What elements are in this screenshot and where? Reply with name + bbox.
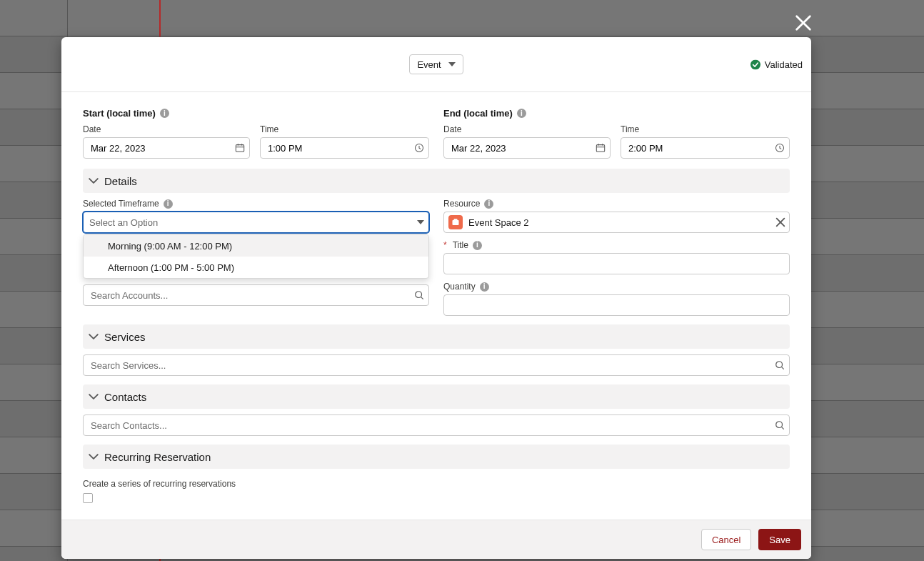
svg-point-2 bbox=[750, 59, 760, 69]
svg-rect-16 bbox=[454, 219, 458, 221]
resource-pill: Event Space 2 bbox=[447, 215, 531, 229]
close-icon[interactable] bbox=[775, 217, 786, 228]
end-date-input[interactable] bbox=[443, 137, 611, 159]
save-button[interactable]: Save bbox=[758, 529, 801, 550]
section-toggle-details[interactable]: Details bbox=[83, 169, 790, 193]
resource-icon bbox=[448, 215, 463, 229]
info-icon[interactable]: i bbox=[484, 199, 493, 209]
info-icon[interactable]: i bbox=[164, 199, 173, 209]
svg-line-20 bbox=[782, 367, 784, 369]
timeframe-label: Selected Timeframe bbox=[83, 199, 159, 209]
section-title-services: Services bbox=[104, 331, 146, 343]
chevron-down-icon bbox=[89, 452, 99, 462]
close-icon[interactable] bbox=[793, 13, 813, 33]
record-type-label: Event bbox=[417, 59, 441, 70]
calendar-icon bbox=[596, 143, 606, 153]
svg-rect-8 bbox=[596, 145, 604, 152]
reservation-modal: Event Validated Start (local time) i bbox=[61, 37, 811, 559]
clock-icon bbox=[414, 143, 424, 153]
section-toggle-services[interactable]: Services bbox=[83, 324, 790, 349]
end-section-label: End (local time) bbox=[443, 108, 513, 119]
section-title-recurring: Recurring Reservation bbox=[104, 451, 211, 463]
svg-point-21 bbox=[776, 422, 783, 428]
timeframe-select[interactable]: Select an Option bbox=[83, 212, 429, 233]
svg-rect-15 bbox=[453, 220, 459, 225]
start-block: Start (local time) i Date T bbox=[83, 108, 429, 169]
end-block: End (local time) i Date Tim bbox=[443, 108, 790, 169]
resource-label: Resource bbox=[443, 199, 480, 209]
end-date-label: Date bbox=[443, 124, 611, 134]
clock-icon bbox=[775, 143, 785, 153]
svg-point-13 bbox=[416, 292, 422, 298]
timeframe-placeholder: Select an Option bbox=[89, 217, 423, 228]
start-section-label: Start (local time) bbox=[83, 108, 156, 119]
info-icon[interactable]: i bbox=[473, 241, 482, 250]
chevron-down-icon bbox=[89, 176, 99, 186]
modal-header: Event Validated bbox=[61, 37, 811, 92]
info-icon[interactable]: i bbox=[160, 109, 169, 118]
chevron-down-icon bbox=[89, 332, 99, 342]
start-time-input[interactable] bbox=[260, 137, 429, 159]
quantity-input[interactable] bbox=[443, 294, 790, 316]
recurring-note: Create a series of recurring reservation… bbox=[83, 479, 790, 489]
svg-rect-3 bbox=[236, 145, 243, 152]
services-search[interactable] bbox=[83, 354, 790, 376]
title-input[interactable] bbox=[443, 253, 790, 274]
search-icon bbox=[775, 360, 785, 370]
section-toggle-contacts[interactable]: Contacts bbox=[83, 384, 790, 409]
validated-status: Validated bbox=[750, 59, 803, 70]
resource-value: Event Space 2 bbox=[468, 217, 529, 228]
svg-line-14 bbox=[421, 297, 423, 299]
resource-input[interactable]: Event Space 2 bbox=[443, 212, 790, 233]
search-icon bbox=[775, 420, 785, 430]
search-icon bbox=[414, 290, 424, 300]
contacts-search[interactable] bbox=[83, 414, 790, 436]
calendar-icon bbox=[235, 143, 245, 153]
svg-point-19 bbox=[776, 362, 783, 368]
end-time-label: Time bbox=[621, 124, 790, 134]
timeframe-dropdown: Morning (9:00 AM - 12:00 PM) Afternoon (… bbox=[83, 234, 429, 279]
timeframe-option[interactable]: Afternoon (1:00 PM - 5:00 PM) bbox=[84, 257, 428, 278]
section-toggle-recurring[interactable]: Recurring Reservation bbox=[83, 445, 790, 469]
record-type-select[interactable]: Event bbox=[409, 54, 463, 74]
info-icon[interactable]: i bbox=[517, 109, 526, 118]
info-icon[interactable]: i bbox=[480, 282, 489, 292]
title-label: Title bbox=[453, 240, 468, 250]
start-time-label: Time bbox=[260, 124, 429, 134]
chevron-down-icon bbox=[417, 220, 424, 224]
modal-footer: Cancel Save bbox=[61, 520, 811, 559]
timeframe-option[interactable]: Morning (9:00 AM - 12:00 PM) bbox=[84, 235, 428, 257]
chevron-down-icon bbox=[89, 392, 99, 402]
section-title-details: Details bbox=[104, 175, 137, 187]
svg-line-22 bbox=[782, 427, 784, 430]
check-circle-icon bbox=[750, 59, 760, 69]
chevron-down-icon bbox=[448, 62, 456, 66]
end-time-input[interactable] bbox=[621, 137, 790, 159]
modal-body: Start (local time) i Date T bbox=[61, 92, 811, 520]
start-date-input[interactable] bbox=[83, 137, 250, 159]
recurring-checkbox[interactable] bbox=[83, 493, 93, 503]
start-date-label: Date bbox=[83, 124, 250, 134]
section-title-contacts: Contacts bbox=[104, 391, 146, 403]
accounts-search[interactable] bbox=[83, 284, 429, 306]
validated-label: Validated bbox=[765, 59, 803, 70]
cancel-button[interactable]: Cancel bbox=[701, 529, 751, 550]
quantity-label: Quantity bbox=[443, 282, 476, 292]
